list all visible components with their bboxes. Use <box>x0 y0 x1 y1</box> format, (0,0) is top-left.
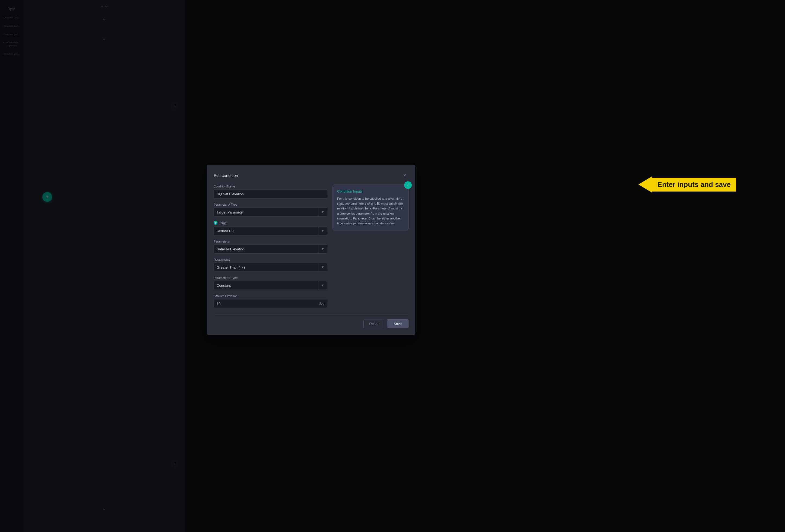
parameters-select[interactable]: Satellite Elevation Other Parameter <box>213 244 327 254</box>
param-a-select-wrapper: Target Parameter Constant Time Series ▼ <box>213 208 327 216</box>
target-label-row: 🌍 Target <box>213 221 327 224</box>
param-a-select[interactable]: Target Parameter Constant Time Series <box>213 208 327 216</box>
param-a-label: Parameter A Type <box>213 203 327 206</box>
modal-left-column: Condition Name Parameter A Type Target P… <box>213 184 327 308</box>
condition-name-label: Condition Name <box>213 184 327 188</box>
target-label: Target <box>219 221 227 224</box>
condition-inputs-panel: Condition Inputs For this condition to b… <box>332 184 408 230</box>
satellite-elevation-input-wrapper: deg <box>213 299 327 308</box>
target-select[interactable]: Sedaro HQ Other Target <box>213 226 327 235</box>
save-button[interactable]: Save <box>387 319 408 328</box>
modal-footer: Reset Save <box>213 314 408 328</box>
annotation-arrow-area: Enter inputs and save <box>638 176 736 193</box>
satellite-elevation-label: Satellite Elevation <box>213 294 327 297</box>
modal-title: Edit condition <box>213 173 238 178</box>
satellite-elevation-input[interactable] <box>213 299 327 308</box>
condition-name-input[interactable] <box>213 189 327 198</box>
modal-body: Condition Name Parameter A Type Target P… <box>213 184 408 308</box>
parameters-label: Parameters <box>213 240 327 243</box>
target-select-wrapper: Sedaro HQ Other Target ▼ <box>213 226 327 235</box>
info-panel-text: For this condition to be satisfied at a … <box>337 196 404 226</box>
satellite-elevation-field: Satellite Elevation deg <box>213 294 327 308</box>
relationship-select[interactable]: Greater Than ( > ) Less Than ( < ) Equal… <box>213 263 327 271</box>
param-b-type-field: Parameter B Type Constant Time Series ▼ <box>213 276 327 290</box>
parameters-select-wrapper: Satellite Elevation Other Parameter ▼ <box>213 244 327 254</box>
annotation-text: Enter inputs and save <box>652 178 736 191</box>
relationship-select-wrapper: Greater Than ( > ) Less Than ( < ) Equal… <box>213 263 327 271</box>
reset-button[interactable]: Reset <box>363 319 384 328</box>
modal-header: Edit condition × <box>213 171 408 179</box>
close-icon: × <box>403 172 406 178</box>
param-b-label: Parameter B Type <box>213 276 327 279</box>
relationship-field: Relationship Greater Than ( > ) Less Tha… <box>213 258 327 271</box>
param-b-select-wrapper: Constant Time Series ▼ <box>213 281 327 290</box>
modal-right-column: i Condition Inputs For this condition to… <box>332 184 408 308</box>
relationship-label: Relationship <box>213 258 327 261</box>
unit-label-deg: deg <box>319 302 324 305</box>
info-panel-container: i Condition Inputs For this condition to… <box>332 184 408 230</box>
info-icon: i <box>404 181 412 189</box>
edit-condition-modal: Edit condition × Condition Name Paramete… <box>207 165 415 335</box>
condition-name-field: Condition Name <box>213 184 327 198</box>
arrow-shape <box>638 176 652 193</box>
info-panel-title: Condition Inputs <box>337 189 404 193</box>
target-field: 🌍 Target Sedaro HQ Other Target ▼ <box>213 221 327 235</box>
parameters-field: Parameters Satellite Elevation Other Par… <box>213 240 327 254</box>
modal-close-button[interactable]: × <box>401 171 408 179</box>
param-a-type-field: Parameter A Type Target Parameter Consta… <box>213 203 327 216</box>
param-b-select[interactable]: Constant Time Series <box>213 281 327 290</box>
globe-icon: 🌍 <box>213 221 218 224</box>
